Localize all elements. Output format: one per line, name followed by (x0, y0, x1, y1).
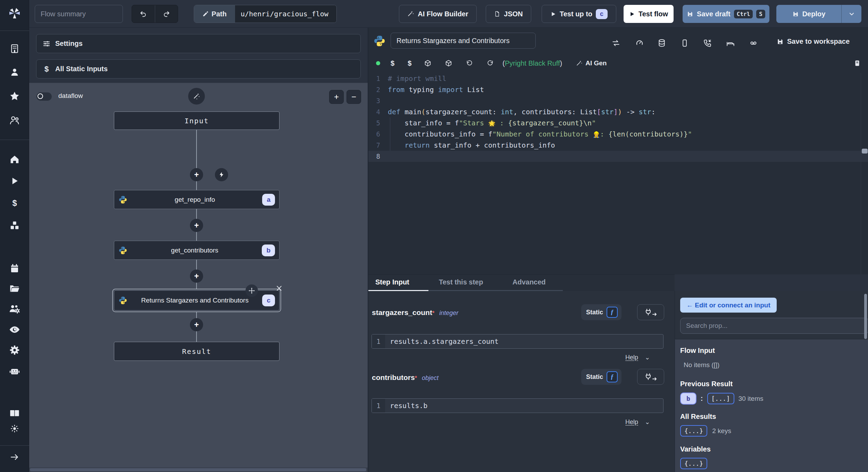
deploy-button[interactable]: Deploy (776, 5, 841, 23)
json-button[interactable]: JSON (486, 5, 531, 23)
calendar-icon[interactable] (9, 263, 20, 273)
ai-flow-builder-button[interactable]: AI Flow Builder (399, 5, 477, 23)
zoom-out-button[interactable]: − (347, 90, 361, 104)
dollar-icon[interactable]: $ (391, 59, 394, 67)
code-line[interactable]: 5 star_info = f"Stars 🌟 : {stargazers_co… (368, 117, 868, 129)
eye-icon[interactable] (9, 324, 20, 336)
insert-step-button[interactable]: + (190, 318, 203, 331)
tab-test-this-step[interactable]: Test this step (439, 278, 483, 286)
static-mode-toggle[interactable]: Static ƒ (581, 369, 621, 385)
connect-panel-scrollbar-thumb[interactable] (864, 294, 867, 339)
tape-infinity-icon[interactable] (749, 39, 758, 48)
play-icon[interactable] (9, 176, 20, 186)
flow-settings-button[interactable]: Settings (36, 34, 361, 53)
ai-wand-button[interactable] (188, 88, 205, 105)
previous-result-section-title[interactable]: Previous Result (680, 380, 733, 388)
flow-graph-canvas[interactable]: dataflow + − Input + get_repo_info a + g… (29, 83, 368, 472)
redo-rotate-icon[interactable] (486, 59, 494, 67)
dollar-icon[interactable]: $ (408, 59, 411, 67)
edit-or-connect-button[interactable]: ← Edit or connect an input (680, 298, 777, 313)
connect-input-plug-button[interactable] (637, 369, 664, 385)
function-mode-icon[interactable]: ƒ (607, 371, 618, 382)
mobile-icon[interactable] (680, 39, 689, 48)
zoom-in-button[interactable]: + (329, 90, 344, 104)
user-icon[interactable] (9, 67, 20, 77)
all-results-section-title[interactable]: All Results (680, 413, 716, 421)
all-static-inputs-button[interactable]: $ All Static Inputs (36, 59, 361, 78)
save-to-workspace-button[interactable]: Save to workspace (777, 38, 850, 45)
flow-step-node-b[interactable]: get_contributors b (114, 241, 279, 260)
flow-summary-input[interactable] (35, 5, 123, 23)
variables-object-chip[interactable]: {...} (680, 458, 707, 469)
function-mode-icon[interactable]: ƒ (607, 307, 618, 318)
undo-rotate-icon[interactable] (466, 59, 473, 67)
database-icon[interactable] (657, 39, 666, 48)
help-link[interactable]: Help ⌄ (625, 354, 650, 361)
cubes-icon[interactable] (9, 220, 20, 231)
editor-scrollbar-thumb[interactable] (862, 149, 868, 154)
code-line[interactable]: 2from typing import List (368, 84, 868, 95)
package-icon[interactable] (445, 59, 452, 67)
save-draft-button[interactable]: Save draft Ctrl S (683, 5, 769, 23)
expr-input-stargazers-count[interactable]: 1 results.a.stargazers_count (372, 334, 663, 349)
code-editor[interactable]: 1# import wmill2from typing import List3… (368, 73, 868, 274)
gear-icon[interactable] (9, 345, 20, 356)
step-title-input[interactable] (391, 33, 536, 49)
code-line[interactable]: 8 (368, 151, 868, 162)
flow-result-node[interactable]: Result (114, 342, 279, 361)
horizontal-scrollbar[interactable] (29, 467, 368, 472)
home-icon[interactable] (9, 154, 20, 165)
ai-gen-button[interactable]: AI Gen (576, 59, 607, 67)
previous-result-array-chip[interactable]: [...] (707, 393, 734, 404)
expr-input-contributors[interactable]: 1 results.b (372, 398, 663, 413)
users-icon[interactable] (9, 115, 20, 126)
flow-step-node-a[interactable]: get_repo_info a (114, 190, 279, 209)
star-icon[interactable] (9, 91, 20, 102)
previous-result-step-badge[interactable]: b (680, 392, 696, 405)
users-gear-icon[interactable] (9, 303, 20, 315)
all-results-object-chip[interactable]: {...} (680, 425, 707, 437)
robot-icon[interactable] (9, 366, 20, 378)
library-book-icon[interactable] (853, 59, 861, 67)
search-prop-input[interactable] (680, 318, 868, 334)
cache-refresh-icon[interactable] (611, 39, 620, 48)
building-icon[interactable] (9, 43, 20, 54)
windmill-logo-icon[interactable] (8, 7, 21, 19)
insert-step-button[interactable]: + (190, 270, 203, 283)
code-line[interactable]: 1# import wmill (368, 73, 868, 84)
trigger-bolt-button[interactable] (215, 168, 228, 181)
static-mode-toggle[interactable]: Static ƒ (581, 304, 621, 320)
path-control[interactable]: Path u/henri/gracious_flow (194, 5, 337, 23)
flow-input-node[interactable]: Input (114, 111, 279, 130)
undo-button[interactable] (132, 5, 155, 23)
gauge-icon[interactable] (635, 39, 644, 48)
code-line[interactable]: 6 contributors_info = f"Number of contri… (368, 129, 868, 140)
tab-advanced[interactable]: Advanced (512, 278, 546, 286)
code-line[interactable]: 7 return star_info + contributors_info (368, 140, 868, 151)
dataflow-toggle[interactable] (36, 92, 52, 101)
arrow-right-icon[interactable] (9, 452, 20, 462)
insert-step-button[interactable]: + (190, 219, 203, 232)
tab-step-input[interactable]: Step Input (375, 278, 409, 286)
sun-icon[interactable] (10, 424, 19, 433)
book-open-icon[interactable] (9, 407, 20, 419)
redo-button[interactable] (155, 5, 178, 23)
path-value[interactable]: u/henri/gracious_flow (235, 5, 336, 23)
variables-section-title[interactable]: Variables (680, 445, 711, 453)
code-line[interactable]: 3 (368, 95, 868, 106)
delete-step-button[interactable] (275, 284, 284, 293)
insert-step-button[interactable]: + (190, 168, 203, 181)
folder-open-icon[interactable] (9, 283, 20, 294)
connect-input-plug-button[interactable] (637, 304, 664, 320)
phone-call-icon[interactable] (703, 39, 712, 48)
test-flow-button[interactable]: Test flow (624, 5, 674, 23)
deploy-dropdown-button[interactable] (841, 5, 861, 23)
dollar-icon[interactable]: $ (9, 198, 20, 208)
assistant-label[interactable]: Pyright Black Ruff (505, 59, 560, 67)
code-line[interactable]: 4def main(stargazers_count: int, contrib… (368, 106, 868, 117)
test-up-to-button[interactable]: Test up to c (542, 5, 616, 23)
flow-input-section-title[interactable]: Flow Input (680, 347, 715, 355)
flow-step-node-c-selected[interactable]: Returns Stargazers and Contributors c (114, 290, 279, 310)
bench-sleep-icon[interactable] (726, 39, 735, 48)
help-link[interactable]: Help ⌄ (625, 418, 650, 426)
